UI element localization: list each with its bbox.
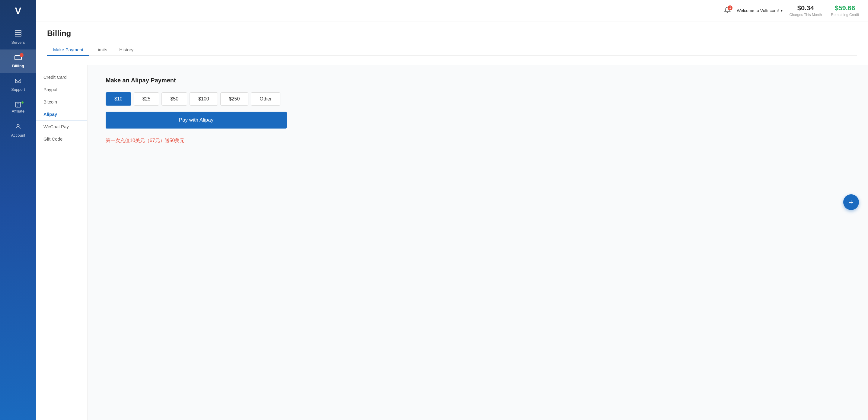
payment-title: Make an Alipay Payment [105, 77, 850, 84]
tab-limits[interactable]: Limits [89, 44, 113, 56]
sidebar-item-billing[interactable]: Billing [0, 50, 36, 73]
subnav-paypal[interactable]: Paypal [36, 83, 87, 96]
sidebar-label-support: Support [11, 87, 25, 92]
user-welcome-text: Welcome to Vultr.com! [737, 8, 779, 13]
payment-subnav: Credit Card Paypal Bitcoin Alipay WeChat… [36, 65, 88, 420]
affiliate-plus-icon: + [21, 100, 24, 105]
servers-icon [14, 30, 22, 39]
svg-rect-1 [15, 33, 21, 34]
content: Billing Make Payment Limits History Cred… [36, 22, 868, 420]
header-amounts: $0.34 Charges This Month $59.66 Remainin… [789, 4, 859, 17]
sidebar-item-account[interactable]: Account [0, 118, 36, 142]
dropdown-icon: ▼ [780, 9, 783, 12]
pay-with-alipay-button[interactable]: Pay with Alipay [105, 111, 287, 129]
subnav-alipay[interactable]: Alipay [36, 108, 87, 120]
promo-text: 第一次充值10美元（67元）送50美元 [105, 137, 850, 144]
sidebar: V Servers Billing Support [0, 0, 36, 420]
subnav-credit-card[interactable]: Credit Card [36, 71, 87, 83]
svg-rect-5 [16, 79, 21, 83]
credit-value: $59.66 [831, 4, 859, 12]
subnav-wechat-pay[interactable]: WeChat Pay [36, 120, 87, 133]
amount-btn-100[interactable]: $100 [189, 92, 218, 106]
fab-button[interactable]: + [843, 194, 859, 210]
notification-bell[interactable]: 1 [724, 7, 731, 15]
sidebar-label-servers: Servers [11, 40, 25, 45]
account-icon [15, 123, 22, 132]
support-icon [15, 78, 22, 86]
svg-rect-0 [15, 30, 21, 32]
credit-label: Remaining Credit [831, 13, 859, 17]
sidebar-item-affiliate[interactable]: + Affiliate [0, 97, 36, 118]
amount-btn-250[interactable]: $250 [220, 92, 249, 106]
main-area: 1 Welcome to Vultr.com! ▼ $0.34 Charges … [36, 0, 868, 420]
svg-rect-2 [15, 35, 21, 36]
amount-buttons: $10 $25 $50 $100 $250 Other [105, 92, 850, 106]
amount-btn-25[interactable]: $25 [134, 92, 159, 106]
tab-make-payment[interactable]: Make Payment [47, 44, 89, 56]
subnav-bitcoin[interactable]: Bitcoin [36, 96, 87, 108]
user-menu[interactable]: Welcome to Vultr.com! ▼ [737, 8, 783, 13]
billing-notification-dot [20, 53, 24, 57]
amount-btn-other[interactable]: Other [251, 92, 280, 106]
page-body: Credit Card Paypal Bitcoin Alipay WeChat… [36, 65, 868, 420]
logo: V [15, 6, 21, 16]
billing-icon [14, 54, 22, 62]
subnav-gift-code[interactable]: Gift Code [36, 133, 87, 145]
page-title: Billing [47, 29, 857, 38]
amount-btn-50[interactable]: $50 [161, 92, 187, 106]
billing-header: Billing Make Payment Limits History [36, 22, 868, 65]
charges-block: $0.34 Charges This Month [789, 4, 822, 17]
tabs: Make Payment Limits History [47, 44, 857, 56]
header: 1 Welcome to Vultr.com! ▼ $0.34 Charges … [36, 0, 868, 22]
sidebar-label-affiliate: Affiliate [12, 109, 25, 114]
bell-badge: 1 [728, 5, 733, 10]
sidebar-label-account: Account [11, 133, 25, 137]
affiliate-icon-wrapper: + [15, 101, 22, 109]
sidebar-item-support[interactable]: Support [0, 73, 36, 97]
sidebar-item-servers[interactable]: Servers [0, 25, 36, 50]
sidebar-label-billing: Billing [12, 64, 24, 68]
payment-panel: Make an Alipay Payment $10 $25 $50 $100 … [88, 65, 868, 420]
credit-block: $59.66 Remaining Credit [831, 4, 859, 17]
charges-value: $0.34 [789, 4, 822, 12]
amount-btn-10[interactable]: $10 [105, 92, 131, 106]
charges-label: Charges This Month [789, 13, 822, 17]
tab-history[interactable]: History [113, 44, 140, 56]
svg-point-10 [17, 124, 19, 126]
